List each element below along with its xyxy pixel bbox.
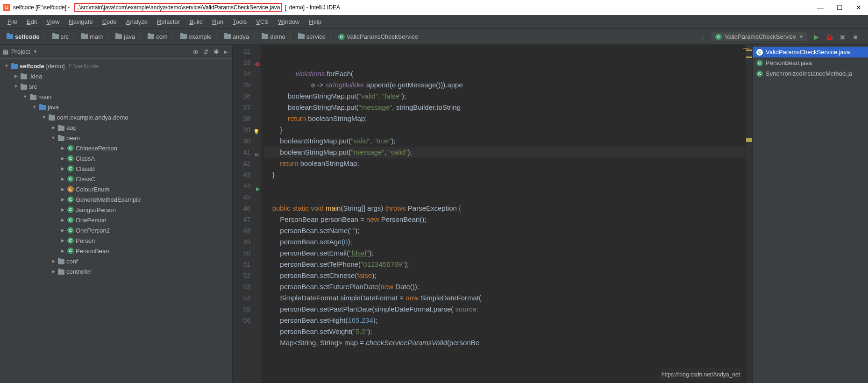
line-number[interactable]: 36 [233,91,261,102]
tree-item-oneperson[interactable]: ▶COnePerson [0,215,232,225]
breadcrumb-andya[interactable]: andya [221,32,252,41]
breadcrumb-main[interactable]: main [78,32,106,41]
line-number[interactable]: 55 [233,304,261,315]
tree-item-bean[interactable]: ▼bean [0,133,232,143]
breadcrumb-src[interactable]: src [50,32,71,41]
coverage-button[interactable]: ▣ [838,33,847,41]
line-number[interactable]: 34 [233,68,261,79]
menu-code[interactable]: Code [99,16,121,27]
close-button[interactable]: ✕ [856,4,861,11]
expand-arrow-icon[interactable]: ▼ [41,115,47,120]
vcs-down-icon[interactable]: ↓ [698,33,707,41]
code-line[interactable]: personBean.setChinese(false); [264,270,746,281]
expand-arrow-icon[interactable]: ▶ [50,269,56,274]
code-line[interactable]: personBean.setPastPlanDate(simpleDateFor… [264,304,746,315]
tree-item-java[interactable]: ▼java [0,102,232,112]
code-line[interactable]: personBean.setFuturePlanDate(new Date())… [264,281,746,292]
line-number[interactable]: 49 [233,236,261,248]
menu-view[interactable]: View [43,16,63,27]
breadcrumb-java[interactable]: java [113,32,138,41]
code-line[interactable]: SimpleDateFormat simpleDateFormat = new … [264,292,746,304]
gear-icon[interactable]: ✱ [213,48,219,56]
line-number[interactable]: 44▶ [233,180,261,192]
expand-arrow-icon[interactable]: ▼ [50,135,56,140]
expand-arrow-icon[interactable]: ▶ [50,259,56,263]
line-number[interactable]: 51 [233,259,261,270]
expand-arrow-icon[interactable]: ▶ [60,177,65,181]
code-line[interactable]: e -> stringBuilder.append(e.getMessage()… [264,79,746,91]
tree-item-selfcode[interactable]: ▼selfcode [demo] E:\selfcode [0,61,232,71]
expand-arrow-icon[interactable]: ▶ [60,146,65,150]
code-line[interactable]: personBean.setEmail("fdsaf"); [264,248,746,259]
recent-file-item[interactable]: CValidParamsCheckService.java [753,47,868,57]
line-number[interactable]: 47 [233,214,261,225]
line-number[interactable]: 52 [233,270,261,281]
menu-window[interactable]: Window [274,16,303,27]
tree-item-conf[interactable]: ▶conf [0,256,232,266]
debug-button[interactable]: 🐞 [825,33,833,41]
tree-item-genericmethodexample[interactable]: ▶CGenericMethodExample [0,194,232,205]
maximize-button[interactable]: ☐ [837,4,843,11]
expand-arrow-icon[interactable]: ▶ [60,238,65,243]
warning-marker[interactable] [746,57,752,58]
code-line[interactable]: personBean.setTelPhone("0123456789"); [264,259,746,270]
code-line[interactable]: personBean.setHight(165.234); [264,315,746,326]
line-number[interactable]: 33⮉ [233,57,261,68]
code-line[interactable]: return booleanStringMap; [264,158,746,169]
locate-icon[interactable]: ⊕ [193,48,199,56]
code-line[interactable]: } [264,124,746,135]
line-number[interactable]: 41⊟ [233,147,261,158]
line-number[interactable]: 56 [233,315,261,326]
expand-arrow-icon[interactable]: ▶ [60,187,65,192]
recent-file-item[interactable]: CPersonBean.java [753,57,868,68]
breadcrumb-selfcode[interactable]: selfcode [4,32,43,41]
code-line[interactable]: personBean.setAge(0); [264,236,746,248]
tree-item-colourenum[interactable]: ▶EColourEnum [0,184,232,194]
expand-arrow-icon[interactable]: ▶ [60,248,65,253]
warning-marker[interactable] [746,50,752,51]
project-tree[interactable]: ▼selfcode [demo] E:\selfcode▶.idea▼src▼m… [0,59,232,383]
line-number[interactable]: 37 [233,102,261,113]
expand-arrow-icon[interactable]: ▶ [60,156,65,161]
line-number[interactable]: 40 [233,135,261,147]
tree-item-classc[interactable]: ▶CClassC [0,174,232,184]
line-number[interactable]: 48 [233,225,261,236]
menu-analyze[interactable]: Analyze [122,16,151,27]
menu-run[interactable]: Run [208,16,227,27]
code-line[interactable]: booleanStringMap.put("message", stringBu… [264,102,746,113]
code-line[interactable]: personBean.setName(""); [264,225,746,236]
tree-item-main[interactable]: ▼main [0,92,232,102]
run-button[interactable]: ▶ [812,33,820,41]
line-number[interactable]: 35 [233,79,261,91]
menu-tools[interactable]: Tools [229,16,250,27]
menu-file[interactable]: File [4,16,21,27]
line-number[interactable]: 53 [233,281,261,292]
stop-button[interactable]: ■ [851,33,860,41]
expand-arrow-icon[interactable]: ▶ [60,166,65,171]
code-line[interactable]: Map<String, String> map = checkServicePa… [264,337,746,348]
hide-icon[interactable]: ⇤ [224,48,229,56]
menu-navigate[interactable]: Navigate [65,16,96,27]
run-config-selector[interactable]: C ValidParamsCheckService ▼ [711,32,807,41]
line-number[interactable]: 45 [233,192,261,203]
expand-arrow-icon[interactable]: ▼ [32,105,37,109]
line-number[interactable]: 39💡 [233,124,261,135]
menu-refactor[interactable]: Refactor [153,16,184,27]
code-line[interactable]: booleanStringMap.put("message", "valid")… [264,147,746,158]
expand-arrow-icon[interactable]: ▼ [4,64,9,68]
line-number[interactable]: 42 [233,158,261,169]
line-number[interactable]: 38 [233,113,261,124]
menu-vcs[interactable]: VCS [252,16,272,27]
expand-arrow-icon[interactable]: ▼ [13,84,19,89]
minimap-scrollbar[interactable] [746,45,752,383]
menu-edit[interactable]: Edit [23,16,41,27]
tree-item-classa[interactable]: ▶CClassA [0,153,232,163]
expand-arrow-icon[interactable]: ▶ [60,218,65,222]
minimize-button[interactable]: — [817,4,824,11]
tree-item-src[interactable]: ▼src [0,81,232,92]
line-number[interactable]: 43 [233,169,261,180]
expand-arrow-icon[interactable]: ▶ [50,125,56,130]
code-line[interactable]: } [264,169,746,180]
tree-item-jiangsuperson[interactable]: ▶CJiangsuPerson [0,205,232,215]
code-line[interactable]: return booleanStringMap; [264,113,746,124]
